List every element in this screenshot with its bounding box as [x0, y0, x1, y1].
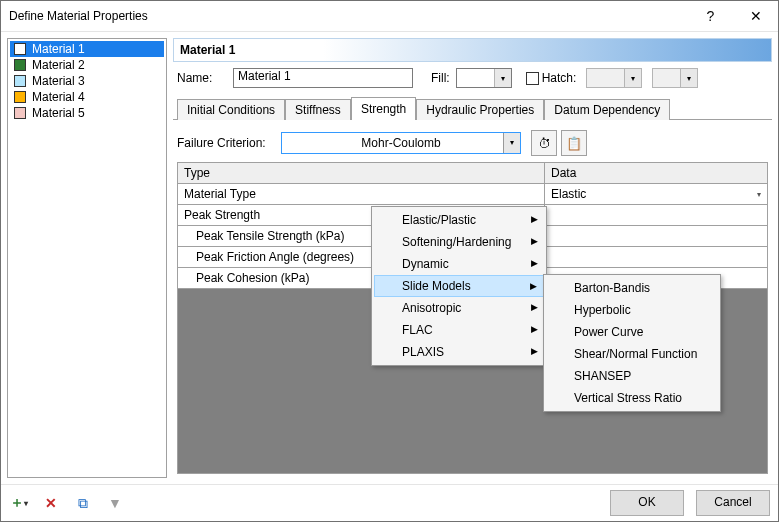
- toolbar-left: ＋▾ ✕ ⧉ ▼: [9, 493, 125, 513]
- material-label: Material 1: [32, 42, 85, 56]
- close-button[interactable]: ✕: [733, 1, 778, 31]
- material-swatch-icon: [14, 107, 26, 119]
- grid-col-data: Data: [545, 163, 767, 183]
- menu-item-label: Softening/Hardening: [402, 235, 511, 249]
- material-item[interactable]: Material 4: [10, 89, 164, 105]
- tabstrip: Initial ConditionsStiffnessStrengthHydra…: [173, 96, 772, 120]
- menu-item[interactable]: Anisotropic▶: [374, 297, 544, 319]
- material-swatch-icon: [14, 43, 26, 55]
- property-value[interactable]: [545, 226, 767, 246]
- menu-item-label: Elastic/Plastic: [402, 213, 476, 227]
- criterion-label: Failure Criterion:: [177, 136, 277, 150]
- menu-item[interactable]: Elastic/Plastic▶: [374, 209, 544, 231]
- material-item[interactable]: Material 3: [10, 73, 164, 89]
- copy-button[interactable]: ⧉: [73, 493, 93, 513]
- material-item[interactable]: Material 5: [10, 105, 164, 121]
- left-column: Material 1Material 2Material 3Material 4…: [7, 38, 167, 478]
- material-list[interactable]: Material 1Material 2Material 3Material 4…: [7, 38, 167, 478]
- menu-item[interactable]: Dynamic▶: [374, 253, 544, 275]
- menu-item-label: PLAXIS: [402, 345, 444, 359]
- dialog-window: Define Material Properties ? ✕ Material …: [0, 0, 779, 522]
- material-label: Material 3: [32, 74, 85, 88]
- fill-label: Fill:: [431, 71, 450, 85]
- criterion-dropdown-menu[interactable]: Elastic/Plastic▶Softening/Hardening▶Dyna…: [371, 206, 547, 366]
- help-button[interactable]: ?: [688, 1, 733, 31]
- menu-item-label: Shear/Normal Function: [574, 347, 697, 361]
- menu-item[interactable]: Hyperbolic: [546, 299, 718, 321]
- chevron-down-icon: ▾: [503, 133, 520, 153]
- property-value[interactable]: Elastic▾: [545, 184, 767, 204]
- dialog-content: Material 1Material 2Material 3Material 4…: [1, 32, 778, 484]
- stopwatch-button[interactable]: ⏱: [531, 130, 557, 156]
- chevron-down-icon: ▾: [624, 69, 641, 87]
- hatch-style-combo: ▾: [586, 68, 642, 88]
- copy-params-button[interactable]: 📋: [561, 130, 587, 156]
- material-heading: Material 1: [173, 38, 772, 62]
- add-button[interactable]: ＋▾: [9, 493, 29, 513]
- tab-datum-dependency[interactable]: Datum Dependency: [544, 99, 670, 120]
- slide-models-submenu[interactable]: Barton-BandisHyperbolicPower CurveShear/…: [543, 274, 721, 412]
- property-value[interactable]: [545, 247, 767, 267]
- cancel-button[interactable]: Cancel: [696, 490, 770, 516]
- menu-item-label: Slide Models: [402, 279, 471, 293]
- menu-item[interactable]: PLAXIS▶: [374, 341, 544, 363]
- delete-button[interactable]: ✕: [41, 493, 61, 513]
- menu-item-label: Hyperbolic: [574, 303, 631, 317]
- submenu-arrow-icon: ▶: [531, 324, 538, 334]
- menu-item-label: SHANSEP: [574, 369, 631, 383]
- table-row[interactable]: Material TypeElastic▾: [178, 184, 767, 205]
- fill-combo[interactable]: ▾: [456, 68, 512, 88]
- name-input[interactable]: Material 1: [233, 68, 413, 88]
- hatch-label: Hatch:: [542, 71, 577, 85]
- name-row: Name: Material 1 Fill: ▾ Hatch: ▾ ▾: [177, 68, 768, 88]
- hatch-color-combo: ▾: [652, 68, 698, 88]
- material-item[interactable]: Material 2: [10, 57, 164, 73]
- menu-item-label: Power Curve: [574, 325, 643, 339]
- material-swatch-icon: [14, 59, 26, 71]
- menu-item-label: Anisotropic: [402, 301, 461, 315]
- tab-stiffness[interactable]: Stiffness: [285, 99, 351, 120]
- tab-strength[interactable]: Strength: [351, 97, 416, 120]
- grid-col-type: Type: [178, 163, 545, 183]
- menu-item[interactable]: Slide Models▶: [374, 275, 544, 297]
- menu-item[interactable]: Shear/Normal Function: [546, 343, 718, 365]
- toolbar-right: OK Cancel: [610, 490, 770, 516]
- menu-item[interactable]: Barton-Bandis: [546, 277, 718, 299]
- material-label: Material 4: [32, 90, 85, 104]
- dialog-title: Define Material Properties: [1, 9, 688, 23]
- right-column: Material 1 Name: Material 1 Fill: ▾ Hatc…: [173, 38, 772, 478]
- submenu-arrow-icon: ▶: [531, 258, 538, 268]
- menu-item[interactable]: SHANSEP: [546, 365, 718, 387]
- menu-item[interactable]: FLAC▶: [374, 319, 544, 341]
- menu-item-label: Vertical Stress Ratio: [574, 391, 682, 405]
- material-swatch-icon: [14, 75, 26, 87]
- menu-item-label: FLAC: [402, 323, 433, 337]
- chevron-down-icon: ▾: [757, 190, 761, 199]
- material-label: Material 5: [32, 106, 85, 120]
- grid-header: Type Data: [178, 163, 767, 184]
- menu-item-label: Barton-Bandis: [574, 281, 650, 295]
- submenu-arrow-icon: ▶: [530, 281, 537, 291]
- submenu-arrow-icon: ▶: [531, 346, 538, 356]
- tab-initial-conditions[interactable]: Initial Conditions: [177, 99, 285, 120]
- menu-item[interactable]: Vertical Stress Ratio: [546, 387, 718, 409]
- titlebar: Define Material Properties ? ✕: [1, 1, 778, 32]
- menu-item-label: Dynamic: [402, 257, 449, 271]
- material-swatch-icon: [14, 91, 26, 103]
- ok-button[interactable]: OK: [610, 490, 684, 516]
- filter-button[interactable]: ▼: [105, 493, 125, 513]
- chevron-down-icon: ▾: [494, 69, 511, 87]
- submenu-arrow-icon: ▶: [531, 302, 538, 312]
- material-item[interactable]: Material 1: [10, 41, 164, 57]
- dialog-footer: ＋▾ ✕ ⧉ ▼ OK Cancel: [1, 484, 778, 521]
- tab-hydraulic-properties[interactable]: Hydraulic Properties: [416, 99, 544, 120]
- hatch-checkbox[interactable]: Hatch:: [526, 71, 577, 85]
- menu-item[interactable]: Softening/Hardening▶: [374, 231, 544, 253]
- property-value[interactable]: [545, 205, 767, 225]
- submenu-arrow-icon: ▶: [531, 236, 538, 246]
- checkbox-icon: [526, 72, 539, 85]
- chevron-down-icon: ▾: [680, 69, 697, 87]
- menu-item[interactable]: Power Curve: [546, 321, 718, 343]
- name-label: Name:: [177, 71, 227, 85]
- criterion-combo[interactable]: Mohr-Coulomb ▾: [281, 132, 521, 154]
